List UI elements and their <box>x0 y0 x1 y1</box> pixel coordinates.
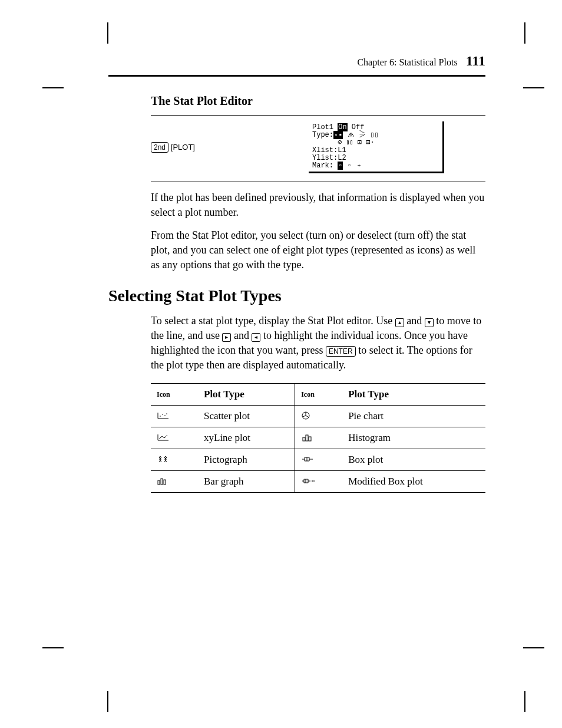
plot-type-label: Histogram <box>342 427 485 449</box>
plot-type-label: Pictograph <box>198 449 295 471</box>
svg-rect-12 <box>164 480 166 485</box>
paragraph-3: To select a stat plot type, display the … <box>151 314 485 373</box>
section-title-stat-plot-editor: The Stat Plot Editor <box>151 94 485 108</box>
key-2nd: 2nd <box>151 142 168 153</box>
section-title-selecting-types: Selecting Stat Plot Types <box>108 286 485 305</box>
plot-type-label: xyLine plot <box>198 427 295 449</box>
chapter-label: Chapter 6: Statistical Plots <box>357 57 457 67</box>
calculator-screen: Plot1 On Off Type:▫▪ ⩕ ⚞ ▯▯ ⊘ ⫾⫾ ⊡ ⊡· Xl… <box>309 121 444 173</box>
paragraph-2: From the Stat Plot editor, you select (t… <box>151 228 485 272</box>
table-row: xyLine plot Histogram <box>151 427 485 449</box>
bar-graph-icon <box>157 477 168 487</box>
editor-example-row: 2nd [PLOT] Plot1 On Off Type:▫▪ ⩕ ⚞ ▯▯ ⊘… <box>151 121 485 173</box>
pie-chart-icon <box>301 411 310 422</box>
left-arrow-key-icon: ◂ <box>252 333 260 342</box>
plot-type-label: Modified Box plot <box>342 471 485 493</box>
svg-rect-7 <box>309 437 311 441</box>
box-plot-icon <box>301 456 315 465</box>
down-arrow-key-icon: ▾ <box>425 318 434 327</box>
scatter-type-icon: ▫▪ <box>333 131 343 139</box>
right-arrow-key-icon: ▸ <box>222 333 231 342</box>
th-type-1: Plot Type <box>198 384 295 406</box>
key-plot: [PLOT] <box>171 143 195 151</box>
xyline-plot-icon <box>157 433 170 443</box>
svg-point-2 <box>164 415 166 416</box>
rule-above-editor <box>151 115 485 116</box>
svg-point-13 <box>312 480 313 482</box>
table-row: Bar graph Modified Box plot <box>151 471 485 493</box>
histogram-icon <box>301 433 314 443</box>
scatter-plot-icon <box>157 411 170 421</box>
svg-point-0 <box>160 416 161 417</box>
plot-type-label: Pie chart <box>342 406 485 427</box>
plot-type-label: Box plot <box>342 449 485 471</box>
key-sequence: 2nd [PLOT] <box>151 142 245 153</box>
svg-rect-5 <box>303 437 305 441</box>
rule-below-editor <box>151 182 485 182</box>
plot-type-table: Icon Plot Type Icon Plot Type Scatter pl… <box>151 383 485 493</box>
th-type-2: Plot Type <box>342 384 485 406</box>
plot-type-label: Bar graph <box>198 471 295 493</box>
svg-rect-6 <box>306 435 308 441</box>
modified-box-plot-icon <box>301 477 316 486</box>
svg-point-3 <box>166 413 167 414</box>
th-icon-2: Icon <box>295 384 343 406</box>
pictograph-icon <box>157 455 170 465</box>
paragraph-1: If the plot has been defined previously,… <box>151 190 485 220</box>
th-icon-1: Icon <box>151 384 198 406</box>
svg-rect-10 <box>158 480 160 485</box>
table-row: Pictograph Box plot <box>151 449 485 471</box>
table-header-row: Icon Plot Type Icon Plot Type <box>151 384 485 406</box>
key-enter: ENTER <box>326 346 356 357</box>
running-header: Chapter 6: Statistical Plots 111 <box>108 53 485 73</box>
up-arrow-key-icon: ▴ <box>395 318 404 327</box>
header-rule <box>108 75 485 77</box>
svg-rect-11 <box>161 479 163 485</box>
screen-on-highlight: On <box>338 123 347 131</box>
page-number: 111 <box>466 53 485 68</box>
plot-type-label: Scatter plot <box>198 406 295 427</box>
svg-point-1 <box>162 414 163 415</box>
svg-point-14 <box>313 480 315 482</box>
table-row: Scatter plot Pie chart <box>151 406 485 427</box>
